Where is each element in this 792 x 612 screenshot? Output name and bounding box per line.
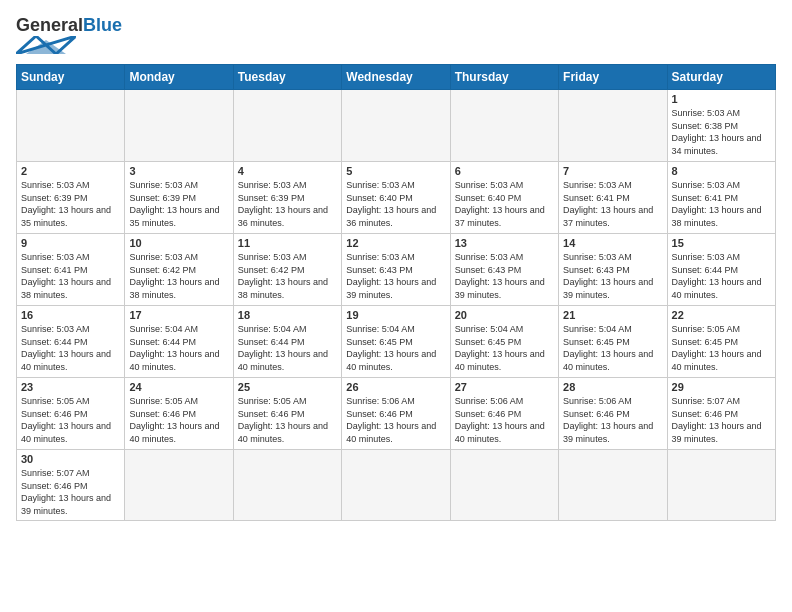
calendar-cell: 18Sunrise: 5:04 AMSunset: 6:44 PMDayligh… bbox=[233, 306, 341, 378]
calendar-cell: 7Sunrise: 5:03 AMSunset: 6:41 PMDaylight… bbox=[559, 162, 667, 234]
day-info: Sunrise: 5:03 AMSunset: 6:41 PMDaylight:… bbox=[21, 251, 120, 301]
weekday-header-saturday: Saturday bbox=[667, 65, 775, 90]
day-info: Sunrise: 5:04 AMSunset: 6:45 PMDaylight:… bbox=[563, 323, 662, 373]
day-info: Sunrise: 5:07 AMSunset: 6:46 PMDaylight:… bbox=[21, 467, 120, 517]
day-info: Sunrise: 5:04 AMSunset: 6:45 PMDaylight:… bbox=[455, 323, 554, 373]
calendar-cell: 19Sunrise: 5:04 AMSunset: 6:45 PMDayligh… bbox=[342, 306, 450, 378]
calendar-cell bbox=[559, 450, 667, 521]
calendar-cell: 25Sunrise: 5:05 AMSunset: 6:46 PMDayligh… bbox=[233, 378, 341, 450]
calendar-table: SundayMondayTuesdayWednesdayThursdayFrid… bbox=[16, 64, 776, 521]
day-info: Sunrise: 5:03 AMSunset: 6:40 PMDaylight:… bbox=[346, 179, 445, 229]
logo-general: General bbox=[16, 15, 83, 35]
weekday-header-row: SundayMondayTuesdayWednesdayThursdayFrid… bbox=[17, 65, 776, 90]
calendar-cell: 30Sunrise: 5:07 AMSunset: 6:46 PMDayligh… bbox=[17, 450, 125, 521]
day-info: Sunrise: 5:05 AMSunset: 6:46 PMDaylight:… bbox=[238, 395, 337, 445]
day-number: 13 bbox=[455, 237, 554, 249]
day-number: 29 bbox=[672, 381, 771, 393]
logo-blue: Blue bbox=[83, 15, 122, 35]
calendar-cell bbox=[450, 90, 558, 162]
day-info: Sunrise: 5:05 AMSunset: 6:46 PMDaylight:… bbox=[129, 395, 228, 445]
day-number: 24 bbox=[129, 381, 228, 393]
day-number: 10 bbox=[129, 237, 228, 249]
calendar-cell: 8Sunrise: 5:03 AMSunset: 6:41 PMDaylight… bbox=[667, 162, 775, 234]
day-number: 6 bbox=[455, 165, 554, 177]
day-number: 3 bbox=[129, 165, 228, 177]
calendar-cell: 4Sunrise: 5:03 AMSunset: 6:39 PMDaylight… bbox=[233, 162, 341, 234]
day-number: 17 bbox=[129, 309, 228, 321]
calendar-cell: 17Sunrise: 5:04 AMSunset: 6:44 PMDayligh… bbox=[125, 306, 233, 378]
calendar-cell bbox=[450, 450, 558, 521]
calendar-cell: 24Sunrise: 5:05 AMSunset: 6:46 PMDayligh… bbox=[125, 378, 233, 450]
day-info: Sunrise: 5:06 AMSunset: 6:46 PMDaylight:… bbox=[563, 395, 662, 445]
day-number: 27 bbox=[455, 381, 554, 393]
day-number: 19 bbox=[346, 309, 445, 321]
day-info: Sunrise: 5:04 AMSunset: 6:44 PMDaylight:… bbox=[129, 323, 228, 373]
day-info: Sunrise: 5:03 AMSunset: 6:39 PMDaylight:… bbox=[21, 179, 120, 229]
calendar-cell: 5Sunrise: 5:03 AMSunset: 6:40 PMDaylight… bbox=[342, 162, 450, 234]
calendar-cell: 10Sunrise: 5:03 AMSunset: 6:42 PMDayligh… bbox=[125, 234, 233, 306]
day-info: Sunrise: 5:03 AMSunset: 6:42 PMDaylight:… bbox=[238, 251, 337, 301]
day-number: 5 bbox=[346, 165, 445, 177]
calendar-cell bbox=[125, 450, 233, 521]
calendar-cell bbox=[233, 90, 341, 162]
day-info: Sunrise: 5:06 AMSunset: 6:46 PMDaylight:… bbox=[346, 395, 445, 445]
calendar-cell bbox=[233, 450, 341, 521]
logo: GeneralBlue bbox=[16, 16, 122, 54]
day-number: 9 bbox=[21, 237, 120, 249]
calendar-cell: 12Sunrise: 5:03 AMSunset: 6:43 PMDayligh… bbox=[342, 234, 450, 306]
calendar-cell: 21Sunrise: 5:04 AMSunset: 6:45 PMDayligh… bbox=[559, 306, 667, 378]
week-row-1: 1Sunrise: 5:03 AMSunset: 6:38 PMDaylight… bbox=[17, 90, 776, 162]
page-header: GeneralBlue bbox=[16, 16, 776, 54]
day-info: Sunrise: 5:03 AMSunset: 6:40 PMDaylight:… bbox=[455, 179, 554, 229]
week-row-4: 16Sunrise: 5:03 AMSunset: 6:44 PMDayligh… bbox=[17, 306, 776, 378]
day-number: 2 bbox=[21, 165, 120, 177]
logo-text: GeneralBlue bbox=[16, 16, 122, 34]
week-row-2: 2Sunrise: 5:03 AMSunset: 6:39 PMDaylight… bbox=[17, 162, 776, 234]
day-info: Sunrise: 5:03 AMSunset: 6:44 PMDaylight:… bbox=[21, 323, 120, 373]
weekday-header-thursday: Thursday bbox=[450, 65, 558, 90]
logo-icon bbox=[16, 36, 76, 54]
calendar-cell: 9Sunrise: 5:03 AMSunset: 6:41 PMDaylight… bbox=[17, 234, 125, 306]
calendar-cell: 26Sunrise: 5:06 AMSunset: 6:46 PMDayligh… bbox=[342, 378, 450, 450]
day-number: 18 bbox=[238, 309, 337, 321]
calendar-cell: 13Sunrise: 5:03 AMSunset: 6:43 PMDayligh… bbox=[450, 234, 558, 306]
day-number: 23 bbox=[21, 381, 120, 393]
day-info: Sunrise: 5:05 AMSunset: 6:45 PMDaylight:… bbox=[672, 323, 771, 373]
weekday-header-tuesday: Tuesday bbox=[233, 65, 341, 90]
calendar-cell: 15Sunrise: 5:03 AMSunset: 6:44 PMDayligh… bbox=[667, 234, 775, 306]
calendar-cell bbox=[667, 450, 775, 521]
calendar-cell: 22Sunrise: 5:05 AMSunset: 6:45 PMDayligh… bbox=[667, 306, 775, 378]
calendar-cell: 6Sunrise: 5:03 AMSunset: 6:40 PMDaylight… bbox=[450, 162, 558, 234]
day-info: Sunrise: 5:07 AMSunset: 6:46 PMDaylight:… bbox=[672, 395, 771, 445]
day-number: 20 bbox=[455, 309, 554, 321]
calendar-cell: 2Sunrise: 5:03 AMSunset: 6:39 PMDaylight… bbox=[17, 162, 125, 234]
day-number: 14 bbox=[563, 237, 662, 249]
calendar-cell: 1Sunrise: 5:03 AMSunset: 6:38 PMDaylight… bbox=[667, 90, 775, 162]
calendar-cell bbox=[559, 90, 667, 162]
day-number: 25 bbox=[238, 381, 337, 393]
day-number: 11 bbox=[238, 237, 337, 249]
calendar-cell bbox=[17, 90, 125, 162]
calendar-cell bbox=[125, 90, 233, 162]
day-number: 26 bbox=[346, 381, 445, 393]
day-info: Sunrise: 5:03 AMSunset: 6:43 PMDaylight:… bbox=[563, 251, 662, 301]
day-number: 16 bbox=[21, 309, 120, 321]
day-number: 1 bbox=[672, 93, 771, 105]
calendar-cell: 3Sunrise: 5:03 AMSunset: 6:39 PMDaylight… bbox=[125, 162, 233, 234]
day-info: Sunrise: 5:03 AMSunset: 6:42 PMDaylight:… bbox=[129, 251, 228, 301]
day-info: Sunrise: 5:03 AMSunset: 6:41 PMDaylight:… bbox=[672, 179, 771, 229]
calendar-cell bbox=[342, 450, 450, 521]
calendar-cell: 11Sunrise: 5:03 AMSunset: 6:42 PMDayligh… bbox=[233, 234, 341, 306]
day-info: Sunrise: 5:03 AMSunset: 6:43 PMDaylight:… bbox=[455, 251, 554, 301]
day-info: Sunrise: 5:03 AMSunset: 6:44 PMDaylight:… bbox=[672, 251, 771, 301]
weekday-header-wednesday: Wednesday bbox=[342, 65, 450, 90]
day-info: Sunrise: 5:04 AMSunset: 6:45 PMDaylight:… bbox=[346, 323, 445, 373]
day-number: 21 bbox=[563, 309, 662, 321]
day-number: 12 bbox=[346, 237, 445, 249]
day-info: Sunrise: 5:05 AMSunset: 6:46 PMDaylight:… bbox=[21, 395, 120, 445]
weekday-header-sunday: Sunday bbox=[17, 65, 125, 90]
day-number: 8 bbox=[672, 165, 771, 177]
week-row-6: 30Sunrise: 5:07 AMSunset: 6:46 PMDayligh… bbox=[17, 450, 776, 521]
day-number: 22 bbox=[672, 309, 771, 321]
day-info: Sunrise: 5:03 AMSunset: 6:39 PMDaylight:… bbox=[129, 179, 228, 229]
